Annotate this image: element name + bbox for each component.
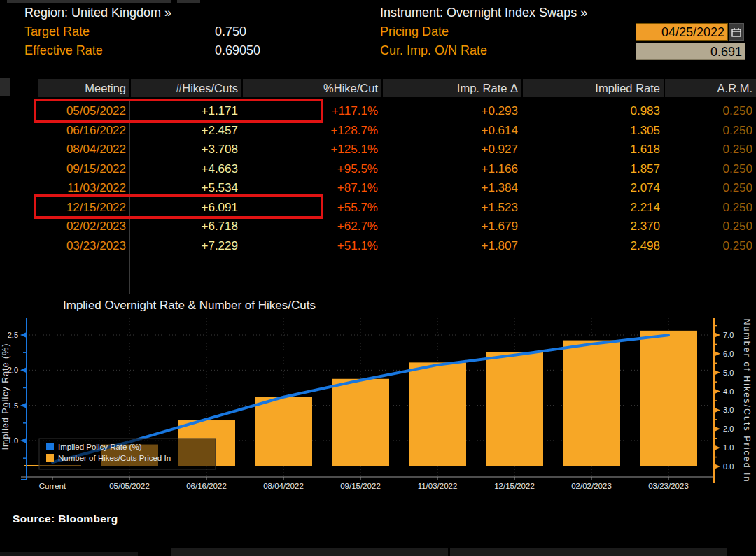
table-cell-implied: 2.214 xyxy=(522,198,664,218)
table-cell-pct: +125.1% xyxy=(241,140,382,159)
x-tick-label: 09/15/2022 xyxy=(340,482,381,490)
table-cell-implied: 1.857 xyxy=(522,159,664,179)
table-cell-meeting: 02/02/2023 xyxy=(0,217,130,236)
table-cell-delta: +1.679 xyxy=(382,217,522,236)
table-row[interactable]: 09/15/2022+4.663+95.5%+1.1661.8570.250 xyxy=(0,159,756,179)
legend-swatch xyxy=(46,443,54,450)
table-cell-meeting: 03/23/2023 xyxy=(0,236,130,256)
table-row[interactable]: 02/02/2023+6.718+62.7%+1.6792.3700.250 xyxy=(0,217,756,236)
column-header-meeting: Meeting xyxy=(38,79,130,97)
table-row[interactable]: 03/23/2023+7.229+51.1%+1.8072.4980.250 xyxy=(0,236,756,256)
column-header-pct: %Hike/Cut xyxy=(241,79,382,97)
table-cell-arm: 0.250 xyxy=(664,217,756,236)
column-header-arm: A.R.M. xyxy=(664,79,756,97)
column-header-delta: Imp. Rate Δ xyxy=(382,79,522,97)
wirp-screen: Region: United Kingdom » Target Rate 0.7… xyxy=(0,0,756,556)
table-cell-implied: 2.498 xyxy=(522,236,664,256)
table-cell-arm: 0.250 xyxy=(664,140,756,159)
column-header-hikes: #Hikes/Cuts xyxy=(130,79,241,97)
table-cell-meeting: 06/16/2022 xyxy=(0,121,130,141)
x-tick-label: 05/05/2022 xyxy=(109,482,150,490)
table-cell-hikes: +6.718 xyxy=(130,217,241,236)
table-cell-delta: +0.293 xyxy=(382,101,522,121)
pricing-date-label: Pricing Date xyxy=(380,24,449,39)
x-tick-label: 02/02/2023 xyxy=(571,482,612,490)
highlight-box xyxy=(34,99,323,123)
legend-label: Implied Policy Rate (%) xyxy=(58,443,142,451)
table-cell-pct: +62.7% xyxy=(241,217,382,236)
table-cell-delta: +1.166 xyxy=(382,159,522,179)
table-cell-implied: 2.074 xyxy=(522,178,664,198)
table-cell-arm: 0.250 xyxy=(664,198,756,218)
source-text: Source: Bloomberg xyxy=(13,513,118,525)
region-link[interactable]: Region: United Kingdom » xyxy=(24,6,172,20)
instrument-link[interactable]: Instrument: Overnight Index Swaps » xyxy=(380,6,587,20)
table-cell-delta: +1.523 xyxy=(382,198,522,218)
x-tick-label: 06/16/2022 xyxy=(186,482,227,490)
on-rate-field[interactable]: 0.691 xyxy=(636,43,746,60)
table-cell-hikes: +2.457 xyxy=(130,121,241,141)
x-tick-label: 12/15/2022 xyxy=(494,482,535,490)
table-row[interactable]: 06/16/2022+2.457+128.7%+0.6141.3050.250 xyxy=(0,121,756,141)
table-cell-hikes: +4.663 xyxy=(130,159,241,179)
table-cell-arm: 0.250 xyxy=(664,101,756,121)
table-cell-delta: +0.614 xyxy=(382,121,522,141)
highlight-box xyxy=(34,194,323,219)
table-left-stub xyxy=(0,78,10,96)
x-tick-label: Current xyxy=(39,482,66,490)
table-cell-pct: +128.7% xyxy=(241,121,382,141)
table-cell-delta: +1.384 xyxy=(382,178,522,198)
legend-swatch xyxy=(46,454,54,462)
rate-chart-svg: Current05/05/202206/16/202208/04/202209/… xyxy=(0,290,756,507)
table-cell-implied: 1.618 xyxy=(522,140,664,159)
table-cell-delta: +1.807 xyxy=(382,236,522,256)
table-cell-implied: 1.305 xyxy=(522,121,664,141)
table-body: 05/05/2022+1.171+117.1%+0.2930.9830.2500… xyxy=(0,101,756,255)
on-rate-label: Cur. Imp. O/N Rate xyxy=(380,43,487,58)
left-axis-title: Implied Policy Rate (%) xyxy=(1,343,10,450)
table-cell-arm: 0.250 xyxy=(664,121,756,141)
bottom-strip xyxy=(450,548,727,556)
target-rate-label: Target Rate xyxy=(24,24,90,39)
table-cell-arm: 0.250 xyxy=(664,178,756,198)
right-tick-label: 6.0 xyxy=(723,350,734,358)
table-cell-implied: 2.370 xyxy=(522,217,664,236)
chart-bar xyxy=(563,341,620,466)
table-cell-hikes: +7.229 xyxy=(130,236,241,256)
legend-label: Number of Hikes/Cuts Priced In xyxy=(58,454,171,462)
target-rate-value: 0.750 xyxy=(215,24,246,39)
x-tick-label: 08/04/2022 xyxy=(263,482,304,490)
left-tick-label: 2.5 xyxy=(8,331,18,339)
right-tick-label: 7.0 xyxy=(723,331,734,339)
right-tick-label: 3.0 xyxy=(723,406,734,414)
chart-bar xyxy=(409,362,466,466)
top-strip xyxy=(7,0,172,3)
chart-legend: Implied Policy Rate (%)Number of Hikes/C… xyxy=(39,439,216,469)
chart-bar xyxy=(640,331,697,466)
chart-bar xyxy=(332,379,389,466)
table-header: Meeting #Hikes/Cuts %Hike/Cut Imp. Rate … xyxy=(38,79,756,97)
effective-rate-label: Effective Rate xyxy=(24,43,103,58)
top-strip xyxy=(177,0,200,3)
table-cell-implied: 0.983 xyxy=(522,101,664,121)
table-cell-meeting: 08/04/2022 xyxy=(0,140,130,159)
table-cell-hikes: +3.708 xyxy=(130,140,241,159)
table-cell-delta: +0.927 xyxy=(382,140,522,159)
right-tick-label: 5.0 xyxy=(723,369,734,377)
calendar-glyph xyxy=(732,27,741,37)
right-tick-label: 4.0 xyxy=(723,387,734,396)
bottom-strip xyxy=(172,548,448,556)
table-cell-meeting: 09/15/2022 xyxy=(0,159,130,179)
pricing-date-input[interactable]: 04/25/2022 xyxy=(636,23,728,41)
bottom-strip xyxy=(0,552,138,556)
table-cell-pct: +51.1% xyxy=(241,236,382,256)
right-tick-label: 0.0 xyxy=(723,462,734,471)
table-row[interactable]: 08/04/2022+3.708+125.1%+0.9271.6180.250 xyxy=(0,140,756,159)
calendar-icon[interactable] xyxy=(729,23,744,41)
x-tick-label: 11/03/2022 xyxy=(418,482,458,490)
table-cell-pct: +95.5% xyxy=(241,159,382,179)
table-cell-arm: 0.250 xyxy=(664,159,756,179)
effective-rate-value: 0.69050 xyxy=(215,43,260,58)
right-tick-label: 2.0 xyxy=(723,425,734,433)
column-header-implied: Implied Rate xyxy=(522,79,664,97)
